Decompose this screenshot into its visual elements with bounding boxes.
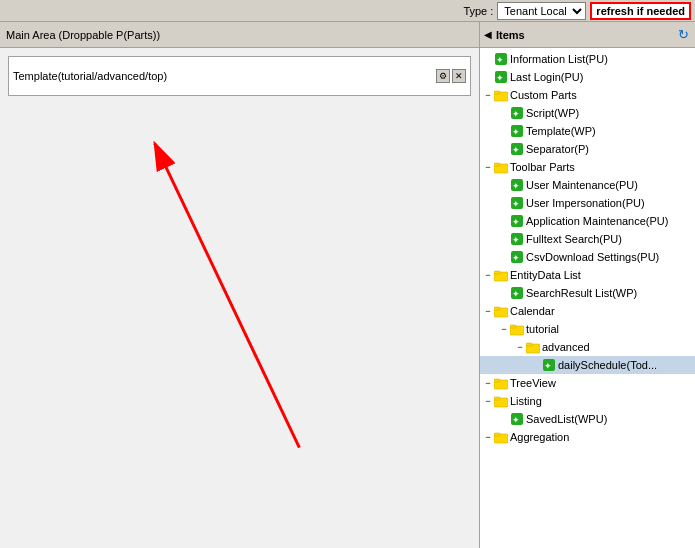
puzzle-icon-fulltext: ✦ xyxy=(510,232,526,246)
close-icon-btn[interactable]: ✕ xyxy=(452,69,466,83)
tree-label-calendar: Calendar xyxy=(510,305,555,317)
top-bar: Type : Tenant Local refresh if needed xyxy=(0,0,695,22)
puzzle-icon-app_maint: ✦ xyxy=(510,214,526,228)
puzzle-icon-user_imp: ✦ xyxy=(510,196,526,210)
svg-text:✦: ✦ xyxy=(512,145,520,155)
puzzle-icon-csvdl: ✦ xyxy=(510,250,526,264)
template-box: Template(tutorial/advanced/top) ⚙ ✕ xyxy=(8,56,471,96)
tree-item-script[interactable]: ✦ Script(WP) xyxy=(480,104,695,122)
tree-toggle-treeview[interactable]: − xyxy=(482,378,494,388)
folder-icon-aggregation xyxy=(494,430,510,444)
svg-text:✦: ✦ xyxy=(512,199,520,209)
tree-item-listing[interactable]: − Listing xyxy=(480,392,695,410)
tenant-select[interactable]: Tenant Local xyxy=(497,2,586,20)
svg-rect-39 xyxy=(494,379,500,382)
folder-icon-treeview xyxy=(494,376,510,390)
tree-item-treeview[interactable]: − TreeView xyxy=(480,374,695,392)
tree-item-entity_list[interactable]: − EntityData List xyxy=(480,266,695,284)
svg-text:✦: ✦ xyxy=(512,289,520,299)
tree-item-tutorial[interactable]: − tutorial xyxy=(480,320,695,338)
folder-icon-tutorial xyxy=(510,322,526,336)
folder-icon-entity_list xyxy=(494,268,510,282)
tree-item-aggregation[interactable]: − Aggregation xyxy=(480,428,695,446)
tree-item-info[interactable]: ✦ Information List(PU) xyxy=(480,50,695,68)
tree-item-app_maint[interactable]: ✦ Application Maintenance(PU) xyxy=(480,212,695,230)
tree-toggle-aggregation[interactable]: − xyxy=(482,432,494,442)
tree-label-aggregation: Aggregation xyxy=(510,431,569,443)
tree-item-separator[interactable]: ✦ Separator(P) xyxy=(480,140,695,158)
tree-toggle-advanced[interactable]: − xyxy=(514,342,526,352)
tree-item-advanced[interactable]: − advanced xyxy=(480,338,695,356)
tree-container[interactable]: ✦ Information List(PU) ✦ Last Login(PU)−… xyxy=(480,48,695,548)
svg-text:✦: ✦ xyxy=(496,73,504,83)
left-panel: Main Area (Droppable P(Parts)) Template(… xyxy=(0,22,480,548)
svg-text:✦: ✦ xyxy=(512,415,520,425)
svg-text:✦: ✦ xyxy=(512,253,520,263)
left-panel-title: Main Area (Droppable P(Parts)) xyxy=(6,29,160,41)
puzzle-icon-script: ✦ xyxy=(510,106,526,120)
tree-item-savedlist[interactable]: ✦ SavedList(WPU) xyxy=(480,410,695,428)
refresh-badge: refresh if needed xyxy=(590,2,691,20)
folder-icon-custom_parts xyxy=(494,88,510,102)
tree-item-calendar[interactable]: − Calendar xyxy=(480,302,695,320)
tree-item-template[interactable]: ✦ Template(WP) xyxy=(480,122,695,140)
puzzle-icon-info: ✦ xyxy=(494,52,510,66)
tree-item-user_maint[interactable]: ✦ User Maintenance(PU) xyxy=(480,176,695,194)
puzzle-icon-login: ✦ xyxy=(494,70,510,84)
svg-rect-31 xyxy=(494,307,500,310)
svg-rect-41 xyxy=(494,397,500,400)
tree-label-toolbar_parts: Toolbar Parts xyxy=(510,161,575,173)
tree-label-template: Template(WP) xyxy=(526,125,596,137)
svg-text:✦: ✦ xyxy=(512,235,520,245)
tree-label-app_maint: Application Maintenance(PU) xyxy=(526,215,668,227)
tree-item-custom_parts[interactable]: − Custom Parts xyxy=(480,86,695,104)
puzzle-icon-template: ✦ xyxy=(510,124,526,138)
tree-label-script: Script(WP) xyxy=(526,107,579,119)
folder-icon-calendar xyxy=(494,304,510,318)
puzzle-icon-user_maint: ✦ xyxy=(510,178,526,192)
refresh-icon[interactable]: ↻ xyxy=(675,27,691,43)
template-box-label: Template(tutorial/advanced/top) xyxy=(13,70,167,82)
tree-toggle-tutorial[interactable]: − xyxy=(498,324,510,334)
puzzle-icon-daily: ✦ xyxy=(542,358,558,372)
tree-label-daily: dailySchedule(Tod... xyxy=(558,359,657,371)
tree-item-login[interactable]: ✦ Last Login(PU) xyxy=(480,68,695,86)
tree-label-tutorial: tutorial xyxy=(526,323,559,335)
svg-rect-33 xyxy=(510,325,516,328)
tree-label-treeview: TreeView xyxy=(510,377,556,389)
svg-rect-7 xyxy=(494,91,500,94)
top-bar-content: Type : Tenant Local refresh if needed xyxy=(463,2,691,20)
tree-toggle-listing[interactable]: − xyxy=(482,396,494,406)
tree-label-searchresult: SearchResult List(WP) xyxy=(526,287,637,299)
tree-label-csvdl: CsvDownload Settings(PU) xyxy=(526,251,659,263)
puzzle-icon-savedlist: ✦ xyxy=(510,412,526,426)
svg-rect-35 xyxy=(526,343,532,346)
folder-icon-listing xyxy=(494,394,510,408)
tree-toggle-custom_parts[interactable]: − xyxy=(482,90,494,100)
tree-label-user_imp: User Impersonation(PU) xyxy=(526,197,645,209)
tree-toggle-entity_list[interactable]: − xyxy=(482,270,494,280)
tree-label-info: Information List(PU) xyxy=(510,53,608,65)
tree-toggle-toolbar_parts[interactable]: − xyxy=(482,162,494,172)
right-panel: ◀ Items ↻ ✦ Information List(PU) ✦ Last … xyxy=(480,22,695,548)
svg-line-1 xyxy=(155,143,300,447)
tree-toggle-calendar[interactable]: − xyxy=(482,306,494,316)
svg-rect-45 xyxy=(494,433,500,436)
svg-text:✦: ✦ xyxy=(496,55,504,65)
tree-item-fulltext[interactable]: ✦ Fulltext Search(PU) xyxy=(480,230,695,248)
right-header: ◀ Items ↻ xyxy=(480,22,695,48)
left-header: Main Area (Droppable P(Parts)) xyxy=(0,22,479,48)
tree-item-csvdl[interactable]: ✦ CsvDownload Settings(PU) xyxy=(480,248,695,266)
tree-label-advanced: advanced xyxy=(542,341,590,353)
tree-item-searchresult[interactable]: ✦ SearchResult List(WP) xyxy=(480,284,695,302)
tree-item-toolbar_parts[interactable]: − Toolbar Parts xyxy=(480,158,695,176)
svg-text:✦: ✦ xyxy=(512,217,520,227)
tree-item-daily[interactable]: ✦ dailySchedule(Tod... xyxy=(480,356,695,374)
tree-label-custom_parts: Custom Parts xyxy=(510,89,577,101)
folder-icon-toolbar_parts xyxy=(494,160,510,174)
tree-label-savedlist: SavedList(WPU) xyxy=(526,413,607,425)
tree-item-user_imp[interactable]: ✦ User Impersonation(PU) xyxy=(480,194,695,212)
svg-text:✦: ✦ xyxy=(512,181,520,191)
puzzle-icon-searchresult: ✦ xyxy=(510,286,526,300)
settings-icon-btn[interactable]: ⚙ xyxy=(436,69,450,83)
